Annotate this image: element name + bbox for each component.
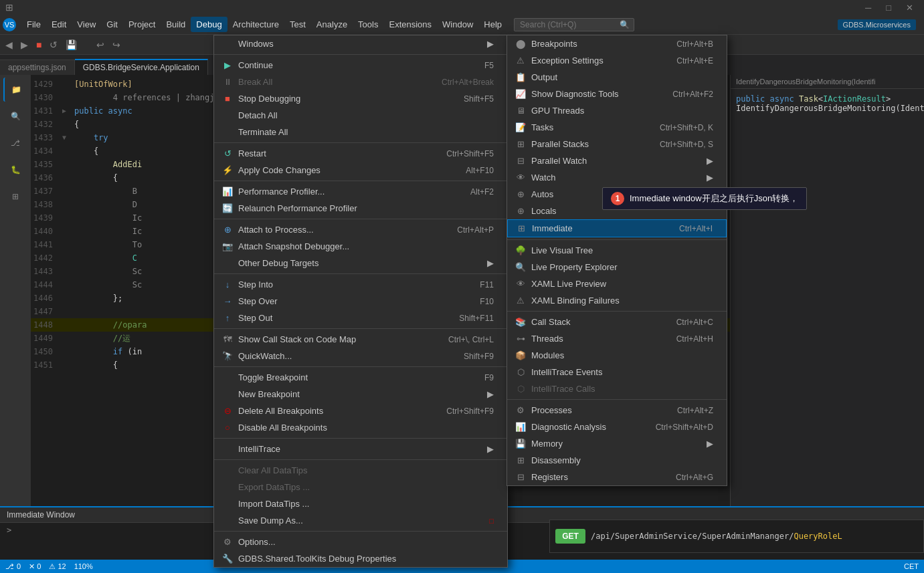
sub-item-disassembly[interactable]: ⊞ Disassembly <box>507 452 727 469</box>
statusbar-encoding: CET <box>904 562 919 570</box>
sub-item-parallel-watch[interactable]: ⊟ Parallel Watch ▶ <box>507 152 727 169</box>
sub-item-diag-analysis[interactable]: 📊 Diagnostic Analysis Ctrl+Shift+Alt+D <box>507 419 727 435</box>
dd-item-step-over[interactable]: → Step Over F10 <box>214 293 507 310</box>
stop-icon: ■ <box>221 92 234 106</box>
titlebar: ⊞ ─ □ ✕ <box>0 0 924 15</box>
dd-item-step-into[interactable]: ↓ Step Into F11 <box>214 276 507 293</box>
sub-item-callstack[interactable]: 📚 Call Stack Ctrl+Alt+C <box>507 314 727 330</box>
statusbar-errors[interactable]: ✕ 0 <box>29 562 41 571</box>
menu-window[interactable]: Window <box>437 17 478 32</box>
dd-item-clear-datatips[interactable]: Clear All DataTips <box>214 462 507 479</box>
sidebar-extensions[interactable]: ⊞ <box>3 185 27 209</box>
dd-item-disable-bp[interactable]: ○ Disable All Breakpoints <box>214 419 507 436</box>
toolbar-forward[interactable]: ▶ <box>18 39 31 50</box>
close-button[interactable]: ✕ <box>901 3 919 13</box>
sub-item-xaml-preview[interactable]: 👁 XAML Live Preview <box>507 275 727 292</box>
sub-item-live-prop[interactable]: 🔍 Live Property Explorer <box>507 259 727 275</box>
sub-item-diagnostic[interactable]: 📈 Show Diagnostic Tools Ctrl+Alt+F2 <box>507 86 727 102</box>
dd-item-apply-code[interactable]: ⚡ Apply Code Changes Alt+F10 <box>214 162 507 179</box>
sub-item-tasks[interactable]: 📝 Tasks Ctrl+Shift+D, K <box>507 119 727 136</box>
tab-appsettings[interactable]: appsettings.json <box>0 60 75 75</box>
toolbar-refresh[interactable]: ↺ <box>47 39 60 50</box>
dd-item-perf-profiler[interactable]: 📊 Performance Profiler... Alt+F2 <box>214 183 507 200</box>
dd-item-debug-props[interactable]: 🔧 GDBS.Shared.ToolKits Debug Properties <box>214 550 507 567</box>
dd-item-delete-bp[interactable]: ⊖ Delete All Breakpoints Ctrl+Shift+F9 <box>214 403 507 419</box>
menu-tools[interactable]: Tools <box>353 17 383 32</box>
dd-item-snapshot[interactable]: 📷 Attach Snapshot Debugger... <box>214 238 507 255</box>
menu-view[interactable]: View <box>72 17 101 32</box>
dd-item-windows[interactable]: Windows ▶ <box>214 35 507 52</box>
menu-architecture[interactable]: Architecture <box>227 17 284 32</box>
dd-item-new-bp[interactable]: New Breakpoint ▶ <box>214 386 507 403</box>
sub-item-live-visual[interactable]: 🌳 Live Visual Tree <box>507 242 727 259</box>
dd-item-stop[interactable]: ■ Stop Debugging Shift+F5 <box>214 90 507 107</box>
dd-item-intellitrace[interactable]: IntelliTrace ▶ <box>214 441 507 457</box>
dd-item-import-datatips[interactable]: Import DataTips ... <box>214 495 507 512</box>
menu-edit[interactable]: Edit <box>46 17 72 32</box>
statusbar-zoom[interactable]: 110% <box>74 562 93 570</box>
menu-project[interactable]: Project <box>123 17 161 32</box>
sub-item-parallel-stacks[interactable]: ⊞ Parallel Stacks Ctrl+Shift+D, S <box>507 136 727 152</box>
statusbar-branch[interactable]: ⎇ 0 <box>5 562 21 571</box>
dd-item-save-dump[interactable]: Save Dump As... □ <box>214 512 507 529</box>
dd-item-toggle-bp[interactable]: Toggle Breakpoint F9 <box>214 369 507 386</box>
sub-item-watch[interactable]: 👁 Watch ▶ <box>507 169 727 186</box>
apply-code-icon: ⚡ <box>221 164 234 177</box>
toggle-bp-icon <box>221 371 234 384</box>
menu-analyze[interactable]: Analyze <box>311 17 353 32</box>
dd-item-export-datatips[interactable]: Export DataTips ... <box>214 479 507 495</box>
dd-item-break-all[interactable]: ⏸ Break All Ctrl+Alt+Break <box>214 74 507 90</box>
sub-item-immediate[interactable]: ⊞ Immediate Ctrl+Alt+I <box>507 219 727 237</box>
maximize-button[interactable]: □ <box>881 3 897 13</box>
menu-file[interactable]: File <box>21 17 46 32</box>
toolbar-undo[interactable]: ↩ <box>94 39 107 50</box>
dd-item-detach[interactable]: Detach All <box>214 107 507 124</box>
dd-item-step-out[interactable]: ↑ Step Out Shift+F11 <box>214 310 507 326</box>
sub-item-registers[interactable]: ⊟ Registers Ctrl+Alt+G <box>507 469 727 485</box>
tooltip: 1 Immediate window开启之后执行Json转换， <box>602 187 807 210</box>
sub-item-threads[interactable]: ⊶ Threads Ctrl+Alt+H <box>507 330 727 347</box>
sub-item-output[interactable]: 📋 Output <box>507 69 727 86</box>
menu-debug[interactable]: Debug <box>191 17 227 32</box>
menu-git[interactable]: Git <box>101 17 123 32</box>
tab-bridgeservice[interactable]: GDBS.BridgeService.Application <box>75 59 208 75</box>
dd-item-other-targets[interactable]: Other Debug Targets ▶ <box>214 255 507 271</box>
toolbar-save[interactable]: 💾 <box>63 39 80 50</box>
dd-item-options[interactable]: ⚙ Options... <box>214 534 507 550</box>
parallel-watch-arrow-icon: ▶ <box>707 156 713 166</box>
toolbar-stop[interactable]: ■ <box>33 39 44 50</box>
dd-item-relaunch-profiler[interactable]: 🔄 Relaunch Performance Profiler <box>214 200 507 217</box>
immediate-icon: ⊞ <box>515 222 528 235</box>
search-input[interactable] <box>514 18 634 31</box>
menu-build[interactable]: Build <box>161 17 191 32</box>
sidebar-explorer[interactable]: 📁 <box>3 78 27 102</box>
sidebar-search[interactable]: 🔍 <box>3 104 27 128</box>
sub-item-gpu[interactable]: 🖥 GPU Threads <box>507 102 727 119</box>
sidebar-git[interactable]: ⎇ <box>3 131 27 155</box>
sub-item-modules[interactable]: 📦 Modules <box>507 347 727 364</box>
project-name: GDBS.Microservices <box>838 19 916 30</box>
sub-item-processes[interactable]: ⚙ Processes Ctrl+Alt+Z <box>507 402 727 419</box>
sub-item-breakpoints[interactable]: ⬤ Breakpoints Ctrl+Alt+B <box>507 35 727 52</box>
sub-item-intellitrace-events[interactable]: ⬡ IntelliTrace Events <box>507 364 727 380</box>
dd-item-restart[interactable]: ↺ Restart Ctrl+Shift+F5 <box>214 145 507 162</box>
sub-item-xaml-binding[interactable]: ⚠ XAML Binding Failures <box>507 292 727 309</box>
sidebar-debug[interactable]: 🐛 <box>3 158 27 182</box>
menu-extensions[interactable]: Extensions <box>383 17 437 32</box>
dd-item-terminate[interactable]: Terminate All <box>214 124 507 140</box>
dd-item-quickwatch[interactable]: 🔭 QuickWatch... Shift+F9 <box>214 348 507 364</box>
sub-item-memory[interactable]: 💾 Memory ▶ <box>507 435 727 452</box>
menu-test[interactable]: Test <box>284 17 311 32</box>
dd-item-continue[interactable]: ▶ Continue F5 <box>214 57 507 74</box>
toolbar-back[interactable]: ◀ <box>3 39 15 50</box>
menu-help[interactable]: Help <box>478 17 507 32</box>
sub-item-exception[interactable]: ⚠ Exception Settings Ctrl+Alt+E <box>507 52 727 69</box>
http-url-highlight: QueryRoleL <box>794 532 842 541</box>
sub-item-intellitrace-calls[interactable]: ⬡ IntelliTrace Calls <box>507 380 727 397</box>
toolbar-redo[interactable]: ↪ <box>110 39 123 50</box>
dd-item-callstack-map[interactable]: 🗺 Show Call Stack on Code Map Ctrl+\, Ct… <box>214 331 507 348</box>
dd-item-attach[interactable]: ⊕ Attach to Process... Ctrl+Alt+P <box>214 221 507 238</box>
statusbar-warnings[interactable]: ⚠ 12 <box>49 562 66 571</box>
minimize-button[interactable]: ─ <box>860 3 876 13</box>
watch-arrow-icon: ▶ <box>707 173 713 183</box>
